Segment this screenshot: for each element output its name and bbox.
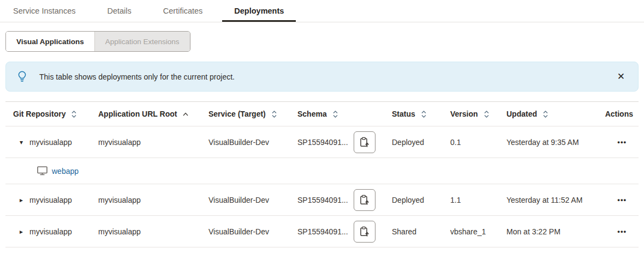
version-value: 0.1 (450, 138, 506, 147)
row-actions-menu-icon[interactable]: ••• (617, 138, 639, 146)
schema-value: SP15594091... (297, 138, 348, 147)
column-header-git-repository[interactable]: Git Repository (13, 110, 98, 118)
column-header-version[interactable]: Version (450, 110, 506, 118)
sort-icon (271, 110, 277, 118)
status-value: Deployed (392, 138, 450, 147)
row-actions-menu-icon[interactable]: ••• (617, 227, 639, 235)
sort-icon (542, 110, 548, 118)
table-header-row: Git Repository Application URL Root Serv… (5, 101, 639, 126)
git-repository-value: myvisualapp (29, 227, 72, 236)
sort-icon (484, 110, 490, 118)
sort-icon (332, 110, 338, 118)
schema-value: SP15594091... (297, 227, 348, 236)
toggle-visual-applications[interactable]: Visual Applications (6, 32, 94, 51)
application-url-root-value: myvisualapp (98, 196, 208, 204)
column-label: Actions (605, 110, 633, 118)
updated-value: Mon at 3:22 PM (506, 227, 604, 236)
copy-schema-button[interactable] (354, 131, 375, 153)
column-label: Application URL Root (98, 110, 177, 118)
child-row-webapp: webapp (5, 158, 639, 184)
column-header-actions: Actions (604, 110, 639, 118)
column-header-schema[interactable]: Schema (297, 110, 392, 118)
column-header-updated[interactable]: Updated (506, 110, 604, 118)
clipboard-copy-icon (360, 137, 369, 148)
column-label: Service (Target) (208, 110, 266, 118)
copy-schema-button[interactable] (354, 189, 375, 211)
version-value: vbshare_1 (450, 227, 506, 236)
updated-value: Yesterday at 11:52 AM (506, 196, 604, 204)
service-target-value: VisualBuilder-Dev (208, 227, 297, 236)
webapp-link[interactable]: webapp (52, 167, 79, 176)
status-value: Deployed (392, 196, 450, 204)
sort-ascending-icon (182, 112, 189, 117)
collapse-row-icon[interactable]: ▾ (18, 138, 25, 146)
application-url-root-value: myvisualapp (98, 138, 208, 147)
service-target-value: VisualBuilder-Dev (208, 196, 297, 204)
column-header-application-url-root[interactable]: Application URL Root (98, 110, 208, 118)
table-row: ▸ myvisualapp myvisualapp VisualBuilder-… (5, 184, 639, 216)
status-value: Shared (392, 227, 450, 236)
table-row: ▸ myvisualapp myvisualapp VisualBuilder-… (5, 216, 639, 247)
sort-icon (421, 110, 427, 118)
tab-details[interactable]: Details (95, 0, 143, 22)
tab-deployments[interactable]: Deployments (222, 0, 296, 22)
toggle-application-extensions: Application Extensions (94, 32, 190, 51)
version-value: 1.1 (450, 196, 506, 204)
column-label: Schema (297, 110, 327, 118)
app-type-toggle: Visual Applications Application Extensio… (5, 31, 190, 52)
column-label: Updated (506, 110, 537, 118)
column-label: Version (450, 110, 478, 118)
expand-row-icon[interactable]: ▸ (18, 228, 25, 235)
column-label: Git Repository (13, 110, 65, 118)
row-actions-menu-icon[interactable]: ••• (617, 196, 639, 204)
column-header-service-target[interactable]: Service (Target) (208, 110, 297, 118)
schema-value: SP15594091... (297, 196, 348, 204)
clipboard-copy-icon (360, 226, 369, 237)
copy-schema-button[interactable] (354, 221, 375, 243)
tab-certificates[interactable]: Certificates (151, 0, 215, 22)
sort-icon (71, 110, 77, 118)
git-repository-value: myvisualapp (29, 196, 72, 204)
git-repository-value: myvisualapp (29, 138, 72, 147)
service-target-value: VisualBuilder-Dev (208, 138, 297, 147)
monitor-icon (37, 166, 47, 176)
column-header-status[interactable]: Status (392, 110, 450, 118)
updated-value: Yesterday at 9:35 AM (506, 138, 604, 147)
info-banner: This table shows deployments only for th… (5, 62, 639, 92)
tab-service-instances[interactable]: Service Instances (1, 0, 87, 22)
tab-bar: Service Instances Details Certificates D… (0, 0, 644, 22)
expand-row-icon[interactable]: ▸ (18, 196, 25, 204)
lightbulb-icon (17, 71, 27, 82)
application-url-root-value: myvisualapp (98, 227, 208, 236)
table-row: ▾ myvisualapp myvisualapp VisualBuilder-… (5, 126, 639, 158)
close-icon[interactable]: ✕ (612, 69, 630, 84)
column-label: Status (392, 110, 415, 118)
banner-message: This table shows deployments only for th… (39, 72, 612, 81)
clipboard-copy-icon (360, 195, 369, 205)
deployments-table: Git Repository Application URL Root Serv… (5, 101, 639, 247)
